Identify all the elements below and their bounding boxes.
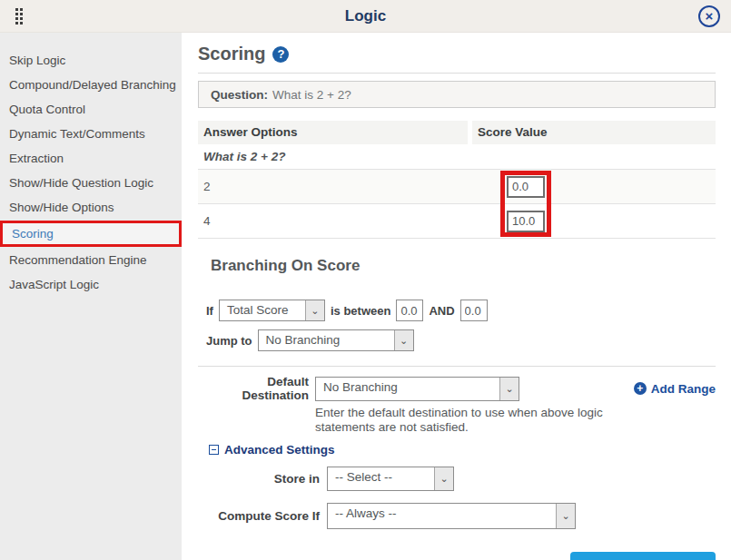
score-table-header: Answer Options Score Value [198, 121, 716, 144]
col-answer-options: Answer Options [198, 121, 468, 144]
close-icon[interactable]: × [698, 5, 720, 27]
score-table: Answer Options Score Value What is 2 + 2… [198, 121, 716, 239]
chevron-down-icon: ⌄ [499, 378, 519, 400]
table-row: 2 [198, 170, 716, 204]
store-in-value: -- Select -- [328, 467, 434, 490]
dialog-title: Logic [0, 7, 731, 25]
default-destination-help-text: Enter the default destination to use whe… [315, 406, 660, 434]
store-in-label: Store in [198, 472, 320, 486]
sidebar-item-scoring[interactable]: Scoring [3, 223, 179, 244]
score-value-input[interactable] [507, 211, 545, 232]
chevron-down-icon: ⌄ [434, 467, 453, 490]
sidebar-item-compound-delayed-branching[interactable]: Compound/Delayed Branching [0, 73, 182, 97]
chevron-down-icon: ⌄ [305, 300, 324, 320]
advanced-settings-label: Advanced Settings [224, 443, 335, 457]
add-range-label: Add Range [651, 382, 716, 396]
sidebar-item-show-hide-options[interactable]: Show/Hide Options [0, 195, 182, 220]
compute-score-if-select[interactable]: -- Always -- ⌄ [327, 503, 576, 529]
sidebar-item-javascript-logic[interactable]: JavaScript Logic [0, 272, 182, 297]
jump-to-select[interactable]: No Branching ⌄ [258, 329, 414, 351]
is-between-label: is between [331, 304, 390, 318]
plus-circle-icon: + [634, 382, 647, 395]
and-label: AND [429, 304, 454, 318]
scoring-annotation-box: Scoring [0, 221, 182, 247]
sidebar-item-skip-logic[interactable]: Skip Logic [0, 48, 182, 73]
range-max-input[interactable] [460, 300, 488, 321]
jump-to-value: No Branching [259, 330, 394, 350]
score-value-input[interactable] [507, 176, 545, 198]
add-range-button[interactable]: + Add Range [634, 382, 716, 396]
dialog-header: Logic × [0, 0, 731, 33]
section-divider [198, 366, 716, 367]
store-in-select[interactable]: -- Select -- ⌄ [327, 467, 454, 491]
table-row: 4 [198, 204, 716, 239]
score-cell [468, 176, 716, 198]
compute-score-if-value: -- Always -- [328, 504, 556, 528]
score-metric-select[interactable]: Total Score ⌄ [219, 300, 325, 321]
dialog-body: Skip Logic Compound/Delayed Branching Qu… [0, 33, 731, 560]
advanced-settings-toggle[interactable]: Advanced Settings [209, 443, 716, 457]
compute-score-row: Compute Score If -- Always -- ⌄ [198, 503, 716, 529]
sidebar-item-extraction[interactable]: Extraction [0, 146, 182, 171]
col-score-value: Score Value [472, 121, 716, 144]
title-divider [198, 73, 716, 74]
page-title-row: Scoring ? [198, 44, 716, 64]
sidebar-item-recommendation-engine[interactable]: Recommendation Engine [0, 248, 182, 272]
scoring-panel: Scoring ? Question: What is 2 + 2? Answe… [182, 33, 731, 560]
footer-actions: Reset Save Question Logic [198, 552, 716, 560]
jump-to-row: Jump to No Branching ⌄ [206, 329, 716, 351]
compute-score-if-label: Compute Score If [198, 509, 320, 523]
sidebar-item-quota-control[interactable]: Quota Control [0, 97, 182, 122]
page-title: Scoring [198, 44, 265, 64]
branching-condition-row: If Total Score ⌄ is between AND [206, 300, 716, 321]
question-text: What is 2 + 2? [272, 88, 351, 102]
branching-on-score-title: Branching On Score [211, 257, 716, 275]
store-in-row: Store in -- Select -- ⌄ [198, 467, 716, 491]
logic-sidebar: Skip Logic Compound/Delayed Branching Qu… [0, 33, 182, 560]
if-label: If [206, 304, 213, 318]
chevron-down-icon: ⌄ [394, 330, 413, 350]
collapse-minus-icon [209, 445, 219, 455]
question-box: Question: What is 2 + 2? [198, 81, 716, 108]
default-destination-value: No Branching [316, 378, 499, 400]
jump-to-label: Jump to [206, 334, 252, 348]
default-destination-select[interactable]: No Branching ⌄ [315, 377, 519, 401]
sidebar-item-show-hide-question-logic[interactable]: Show/Hide Question Logic [0, 171, 182, 195]
question-group-row: What is 2 + 2? [198, 144, 716, 170]
default-destination-row: Default Destination No Branching ⌄ + Add… [198, 375, 716, 402]
chevron-down-icon: ⌄ [556, 504, 575, 528]
score-cell [468, 211, 716, 232]
answer-option-label: 2 [198, 180, 468, 193]
question-label: Question: [211, 88, 268, 102]
score-metric-value: Total Score [220, 300, 305, 320]
range-min-input[interactable] [396, 300, 423, 321]
save-question-logic-button[interactable]: Save Question Logic [570, 552, 716, 560]
sidebar-item-dynamic-text-comments[interactable]: Dynamic Text/Comments [0, 122, 182, 146]
default-destination-label: Default Destination [198, 375, 309, 402]
help-icon[interactable]: ? [272, 46, 289, 63]
answer-option-label: 4 [198, 214, 468, 228]
